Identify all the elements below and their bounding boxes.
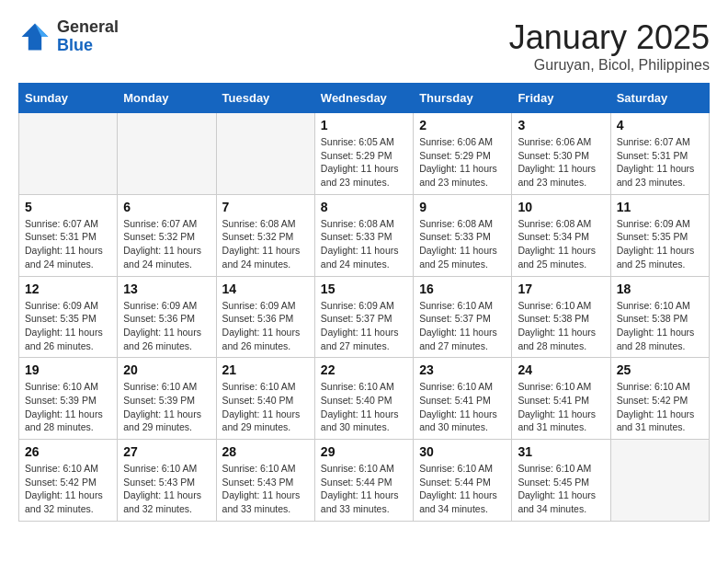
day-number: 4 bbox=[617, 118, 703, 132]
calendar-cell: 18Sunrise: 6:10 AMSunset: 5:38 PMDayligh… bbox=[610, 276, 709, 358]
weekday-header: Thursday bbox=[414, 84, 512, 113]
day-number: 25 bbox=[617, 362, 703, 377]
calendar-cell: 17Sunrise: 6:10 AMSunset: 5:38 PMDayligh… bbox=[512, 276, 610, 358]
calendar-cell: 11Sunrise: 6:09 AMSunset: 5:35 PMDayligh… bbox=[610, 194, 709, 276]
cell-info: Sunrise: 6:10 AMSunset: 5:40 PMDaylight:… bbox=[321, 380, 407, 434]
location-subtitle: Guruyan, Bicol, Philippines bbox=[509, 57, 710, 74]
cell-info: Sunrise: 6:10 AMSunset: 5:45 PMDaylight:… bbox=[518, 462, 604, 516]
calendar-cell bbox=[610, 440, 709, 522]
day-number: 3 bbox=[518, 118, 604, 132]
calendar-cell: 2Sunrise: 6:06 AMSunset: 5:29 PMDaylight… bbox=[414, 113, 512, 195]
logo: General Blue bbox=[18, 18, 119, 55]
weekday-header: Tuesday bbox=[216, 84, 314, 113]
calendar-cell: 20Sunrise: 6:10 AMSunset: 5:39 PMDayligh… bbox=[118, 358, 216, 440]
cell-info: Sunrise: 6:10 AMSunset: 5:44 PMDaylight:… bbox=[321, 462, 407, 516]
calendar-cell: 27Sunrise: 6:10 AMSunset: 5:43 PMDayligh… bbox=[118, 440, 216, 522]
calendar-cell: 21Sunrise: 6:10 AMSunset: 5:40 PMDayligh… bbox=[216, 358, 314, 440]
cell-info: Sunrise: 6:06 AMSunset: 5:30 PMDaylight:… bbox=[518, 135, 604, 190]
calendar-cell: 7Sunrise: 6:08 AMSunset: 5:32 PMDaylight… bbox=[216, 194, 314, 276]
day-number: 20 bbox=[123, 362, 210, 377]
day-number: 23 bbox=[419, 362, 506, 377]
cell-info: Sunrise: 6:07 AMSunset: 5:31 PMDaylight:… bbox=[25, 217, 111, 271]
calendar-cell: 8Sunrise: 6:08 AMSunset: 5:33 PMDaylight… bbox=[314, 194, 413, 276]
calendar-cell: 6Sunrise: 6:07 AMSunset: 5:32 PMDaylight… bbox=[118, 194, 216, 276]
day-number: 11 bbox=[617, 200, 703, 214]
cell-info: Sunrise: 6:10 AMSunset: 5:41 PMDaylight:… bbox=[419, 380, 506, 434]
day-number: 6 bbox=[123, 200, 210, 214]
day-number: 9 bbox=[419, 200, 506, 214]
calendar-cell: 29Sunrise: 6:10 AMSunset: 5:44 PMDayligh… bbox=[314, 440, 413, 522]
day-number: 30 bbox=[419, 444, 506, 459]
cell-info: Sunrise: 6:07 AMSunset: 5:31 PMDaylight:… bbox=[617, 135, 703, 190]
day-number: 5 bbox=[25, 200, 111, 214]
calendar-week-row: 19Sunrise: 6:10 AMSunset: 5:39 PMDayligh… bbox=[19, 358, 710, 440]
day-number: 27 bbox=[123, 444, 210, 459]
calendar-cell: 31Sunrise: 6:10 AMSunset: 5:45 PMDayligh… bbox=[512, 440, 610, 522]
day-number: 31 bbox=[518, 444, 604, 459]
logo-icon bbox=[18, 20, 51, 53]
day-number: 26 bbox=[25, 444, 111, 459]
cell-info: Sunrise: 6:09 AMSunset: 5:36 PMDaylight:… bbox=[123, 299, 210, 353]
cell-info: Sunrise: 6:10 AMSunset: 5:38 PMDaylight:… bbox=[617, 299, 703, 353]
day-number: 1 bbox=[321, 118, 407, 132]
calendar-cell: 14Sunrise: 6:09 AMSunset: 5:36 PMDayligh… bbox=[216, 276, 314, 358]
calendar-cell: 25Sunrise: 6:10 AMSunset: 5:42 PMDayligh… bbox=[610, 358, 709, 440]
calendar-week-row: 5Sunrise: 6:07 AMSunset: 5:31 PMDaylight… bbox=[19, 194, 710, 276]
calendar-cell: 16Sunrise: 6:10 AMSunset: 5:37 PMDayligh… bbox=[414, 276, 512, 358]
calendar-week-row: 1Sunrise: 6:05 AMSunset: 5:29 PMDaylight… bbox=[19, 113, 710, 195]
day-number: 28 bbox=[222, 444, 309, 459]
calendar-cell: 24Sunrise: 6:10 AMSunset: 5:41 PMDayligh… bbox=[512, 358, 610, 440]
weekday-header: Wednesday bbox=[314, 84, 413, 113]
cell-info: Sunrise: 6:10 AMSunset: 5:43 PMDaylight:… bbox=[123, 462, 210, 516]
day-number: 15 bbox=[321, 282, 407, 296]
weekday-header: Monday bbox=[118, 84, 216, 113]
cell-info: Sunrise: 6:10 AMSunset: 5:40 PMDaylight:… bbox=[222, 380, 309, 434]
cell-info: Sunrise: 6:10 AMSunset: 5:41 PMDaylight:… bbox=[518, 380, 604, 434]
logo-text: General Blue bbox=[57, 18, 119, 55]
cell-info: Sunrise: 6:09 AMSunset: 5:35 PMDaylight:… bbox=[25, 299, 111, 353]
cell-info: Sunrise: 6:09 AMSunset: 5:35 PMDaylight:… bbox=[617, 217, 703, 271]
calendar-cell bbox=[19, 113, 118, 195]
cell-info: Sunrise: 6:08 AMSunset: 5:33 PMDaylight:… bbox=[321, 217, 407, 271]
calendar-cell bbox=[216, 113, 314, 195]
day-number: 18 bbox=[617, 282, 703, 296]
day-number: 13 bbox=[123, 282, 210, 296]
calendar-cell: 12Sunrise: 6:09 AMSunset: 5:35 PMDayligh… bbox=[19, 276, 118, 358]
day-number: 10 bbox=[518, 200, 604, 214]
month-title: January 2025 bbox=[509, 18, 710, 57]
calendar-cell: 10Sunrise: 6:08 AMSunset: 5:34 PMDayligh… bbox=[512, 194, 610, 276]
calendar-cell: 19Sunrise: 6:10 AMSunset: 5:39 PMDayligh… bbox=[19, 358, 118, 440]
day-number: 12 bbox=[25, 282, 111, 296]
cell-info: Sunrise: 6:10 AMSunset: 5:42 PMDaylight:… bbox=[617, 380, 703, 434]
calendar-cell: 5Sunrise: 6:07 AMSunset: 5:31 PMDaylight… bbox=[19, 194, 118, 276]
cell-info: Sunrise: 6:07 AMSunset: 5:32 PMDaylight:… bbox=[123, 217, 210, 271]
calendar-cell: 23Sunrise: 6:10 AMSunset: 5:41 PMDayligh… bbox=[414, 358, 512, 440]
calendar-cell: 30Sunrise: 6:10 AMSunset: 5:44 PMDayligh… bbox=[414, 440, 512, 522]
day-number: 17 bbox=[518, 282, 604, 296]
cell-info: Sunrise: 6:10 AMSunset: 5:39 PMDaylight:… bbox=[25, 380, 111, 434]
day-number: 2 bbox=[419, 118, 506, 132]
calendar-cell: 4Sunrise: 6:07 AMSunset: 5:31 PMDaylight… bbox=[610, 113, 709, 195]
cell-info: Sunrise: 6:09 AMSunset: 5:37 PMDaylight:… bbox=[321, 299, 407, 353]
calendar-cell bbox=[118, 113, 216, 195]
cell-info: Sunrise: 6:10 AMSunset: 5:44 PMDaylight:… bbox=[419, 462, 506, 516]
calendar-cell: 22Sunrise: 6:10 AMSunset: 5:40 PMDayligh… bbox=[314, 358, 413, 440]
weekday-header: Friday bbox=[512, 84, 610, 113]
cell-info: Sunrise: 6:10 AMSunset: 5:37 PMDaylight:… bbox=[419, 299, 506, 353]
day-number: 8 bbox=[321, 200, 407, 214]
cell-info: Sunrise: 6:10 AMSunset: 5:43 PMDaylight:… bbox=[222, 462, 309, 516]
day-number: 29 bbox=[321, 444, 407, 459]
calendar-cell: 26Sunrise: 6:10 AMSunset: 5:42 PMDayligh… bbox=[19, 440, 118, 522]
calendar-cell: 28Sunrise: 6:10 AMSunset: 5:43 PMDayligh… bbox=[216, 440, 314, 522]
cell-info: Sunrise: 6:10 AMSunset: 5:42 PMDaylight:… bbox=[25, 462, 111, 516]
calendar-week-row: 26Sunrise: 6:10 AMSunset: 5:42 PMDayligh… bbox=[19, 440, 710, 522]
day-number: 21 bbox=[222, 362, 309, 377]
cell-info: Sunrise: 6:06 AMSunset: 5:29 PMDaylight:… bbox=[419, 135, 506, 190]
title-section: January 2025 Guruyan, Bicol, Philippines bbox=[509, 18, 710, 74]
page-header: General Blue January 2025 Guruyan, Bicol… bbox=[18, 18, 710, 74]
cell-info: Sunrise: 6:10 AMSunset: 5:39 PMDaylight:… bbox=[123, 380, 210, 434]
calendar-cell: 3Sunrise: 6:06 AMSunset: 5:30 PMDaylight… bbox=[512, 113, 610, 195]
day-number: 24 bbox=[518, 362, 604, 377]
calendar-cell: 15Sunrise: 6:09 AMSunset: 5:37 PMDayligh… bbox=[314, 276, 413, 358]
weekday-header-row: SundayMondayTuesdayWednesdayThursdayFrid… bbox=[19, 84, 710, 113]
